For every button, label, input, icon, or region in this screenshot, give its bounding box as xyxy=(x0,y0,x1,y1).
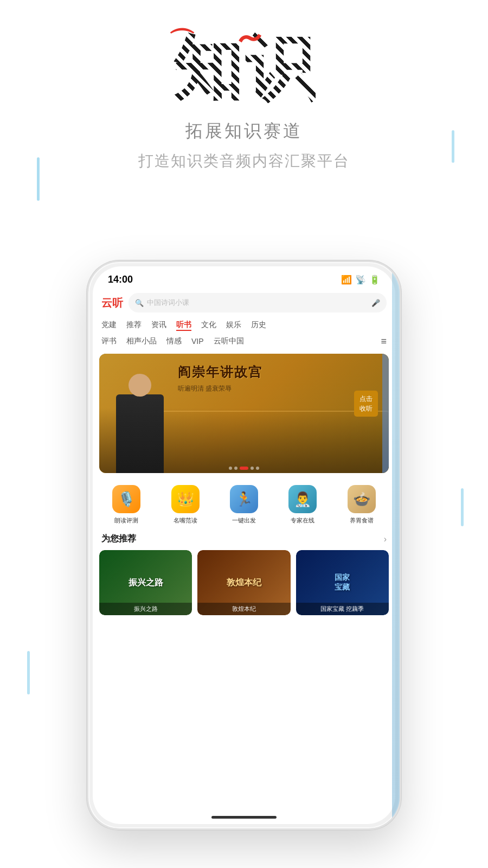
nav-tab-lishi[interactable]: 历史 xyxy=(251,319,266,331)
person-head xyxy=(129,374,151,397)
deco-line-4 xyxy=(461,488,464,526)
title-char-zhi: 知 xyxy=(172,33,243,103)
banner-dots xyxy=(229,467,259,470)
quick-item-langdu[interactable]: 🎙️ 朗读评测 xyxy=(112,485,140,525)
dot-1 xyxy=(229,467,232,470)
quick-icon-yijian: 🏃 xyxy=(230,485,258,513)
quick-item-yijian[interactable]: 🏃 一键出发 xyxy=(230,485,258,525)
banner-person xyxy=(111,367,168,473)
battery-icon: 🔋 xyxy=(369,275,380,285)
nav-tabs-row1: 党建 推荐 资讯 听书 文化 娱乐 历史 xyxy=(93,317,395,333)
rec-header: 为您推荐 › xyxy=(93,529,395,550)
rec-cards: 振兴之路 振兴之路 敦煌本纪 敦煌本纪 xyxy=(93,550,395,615)
rec-title: 为您推荐 xyxy=(101,533,136,545)
signal-icon: 📶 xyxy=(341,275,352,285)
phone-body: 14:00 📶 📡 🔋 云听 🔍 中国诗词小课 🎤 xyxy=(87,260,401,830)
quick-item-yangwei[interactable]: 🍲 养胃食谱 xyxy=(348,485,376,525)
quick-icon-langdu: 🎙️ xyxy=(112,485,140,513)
dot-2 xyxy=(234,467,237,470)
deco-line-3 xyxy=(27,651,30,694)
nav-tab-yule[interactable]: 娱乐 xyxy=(226,319,241,331)
quick-item-mingzui[interactable]: 👑 名嘴范读 xyxy=(171,485,200,525)
quick-icons-row: 🎙️ 朗读评测 👑 名嘴范读 🏃 一键出发 xyxy=(93,477,395,529)
dot-4 xyxy=(251,467,254,470)
banner-subtitle: 听遍明清 盛衰荣辱 xyxy=(178,384,232,393)
mic-icon[interactable]: 🎤 xyxy=(371,299,380,307)
card-text-zhenxing: 振兴之路 xyxy=(129,577,163,589)
nav-tab-tingshu[interactable]: 听书 xyxy=(176,319,191,331)
card-label-guojia: 国家宝藏 挖藕季 xyxy=(296,603,389,615)
status-icons: 📶 📡 🔋 xyxy=(341,275,380,285)
title-char-shi: 识 xyxy=(245,33,316,103)
nav-tab-vip[interactable]: VIP xyxy=(191,336,204,347)
main-banner[interactable]: 阎崇年讲故宫 听遍明清 盛衰荣辱 点击收听 xyxy=(99,354,389,473)
rec-card-dunhuang[interactable]: 敦煌本纪 敦煌本纪 xyxy=(197,550,290,615)
banner-cta-button[interactable]: 点击收听 xyxy=(354,391,378,417)
nav-tab-tuijian[interactable]: 推荐 xyxy=(126,319,142,331)
side-strip xyxy=(392,262,400,828)
subtitle-1: 拓展知识赛道 xyxy=(185,119,303,143)
nav-tab-qinggan[interactable]: 情感 xyxy=(166,335,182,347)
quick-icon-yangwei: 🍲 xyxy=(348,485,376,513)
banner-side-accent xyxy=(382,354,389,473)
nav-tab-yunting[interactable]: 云听中国 xyxy=(214,335,244,347)
subtitle-2: 打造知识类音频内容汇聚平台 xyxy=(138,151,350,171)
nav-tab-wenhua[interactable]: 文化 xyxy=(201,319,216,331)
nav-tab-dangian[interactable]: 党建 xyxy=(101,319,117,331)
quick-label-yangwei: 养胃食谱 xyxy=(350,516,374,525)
card-text-dunhuang: 敦煌本纪 xyxy=(227,577,261,589)
home-bar xyxy=(211,816,277,819)
rec-more-icon[interactable]: › xyxy=(384,534,387,544)
phone-mockup: 14:00 📶 📡 🔋 云听 🔍 中国诗词小课 🎤 xyxy=(87,260,401,830)
search-icon: 🔍 xyxy=(135,299,144,307)
search-placeholder: 中国诗词小课 xyxy=(147,298,189,308)
card-label-zhenxing: 振兴之路 xyxy=(99,603,192,615)
card-text-guojia: 国家宝藏 xyxy=(335,573,350,592)
nav-tab-pingshu[interactable]: 评书 xyxy=(101,335,117,347)
card-label-dunhuang: 敦煌本纪 xyxy=(197,603,290,615)
quick-item-zhuanjia[interactable]: 👨‍⚕️ 专家在线 xyxy=(288,485,317,525)
quick-icon-zhuanjia: 👨‍⚕️ xyxy=(288,485,317,513)
dot-3 xyxy=(240,467,248,470)
app-logo: 云听 xyxy=(101,296,123,310)
quick-label-mingzui: 名嘴范读 xyxy=(174,516,197,525)
banner-arch xyxy=(153,411,389,454)
quick-label-zhuanjia: 专家在线 xyxy=(291,516,314,525)
rec-card-guojia[interactable]: 国家宝藏 国家宝藏 挖藕季 xyxy=(296,550,389,615)
person-body xyxy=(116,394,164,473)
app-header: 云听 🔍 中国诗词小课 🎤 xyxy=(93,290,395,317)
status-time: 14:00 xyxy=(108,274,133,285)
quick-icon-mingzui: 👑 xyxy=(171,485,200,513)
phone-screen: 14:00 📶 📡 🔋 云听 🔍 中国诗词小课 🎤 xyxy=(93,266,395,824)
nav-tab-zixun[interactable]: 资讯 xyxy=(151,319,166,331)
rec-card-zhenxing[interactable]: 振兴之路 振兴之路 xyxy=(99,550,192,615)
banner-title: 阎崇年讲故宫 xyxy=(178,363,262,381)
more-menu-icon[interactable]: ≡ xyxy=(381,336,387,347)
quick-label-yijian: 一键出发 xyxy=(232,516,256,525)
nav-tabs-row2: 评书 相声小品 情感 VIP 云听中国 ≡ xyxy=(93,333,395,349)
status-bar: 14:00 📶 📡 🔋 xyxy=(93,266,395,290)
quick-label-langdu: 朗读评测 xyxy=(114,516,138,525)
search-bar[interactable]: 🔍 中国诗词小课 🎤 xyxy=(129,293,387,312)
big-title-container: 知 识 ⌒ 〜 xyxy=(172,33,316,103)
nav-tab-xiangsheng[interactable]: 相声小品 xyxy=(126,335,157,347)
wifi-icon: 📡 xyxy=(355,275,366,285)
top-section: 知 识 ⌒ 〜 拓展知识赛道 打造知识类音频内容汇聚平台 xyxy=(0,0,488,260)
dot-5 xyxy=(256,467,259,470)
